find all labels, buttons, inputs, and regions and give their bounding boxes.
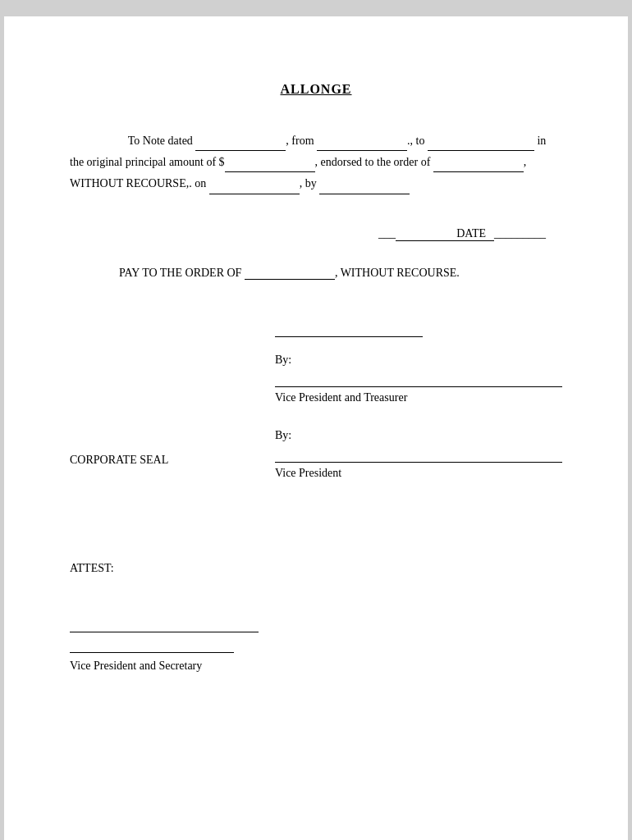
corporate-seal-section: CORPORATE SEAL By: Vice President xyxy=(70,429,562,529)
intro-text: To Note dated , from ., to in the origin… xyxy=(70,130,562,194)
vp-sig-line[interactable] xyxy=(275,446,562,463)
by-label-2: By: xyxy=(275,429,562,442)
signature-block-2: By: Vice President xyxy=(275,429,562,504)
signature-block-1: By: Vice President and Treasurer xyxy=(275,321,562,404)
attest-sig-line-bottom[interactable] xyxy=(70,637,234,653)
pay-order-blank[interactable] xyxy=(245,266,335,280)
date-section: ___DATE_________ xyxy=(70,227,562,241)
attest-sig-line-top[interactable] xyxy=(70,616,259,632)
signature-block-3: Vice President and Secretary xyxy=(70,616,562,673)
by-blank[interactable] xyxy=(319,172,410,194)
company-name-line xyxy=(275,321,423,337)
pay-order-text: PAY TO THE ORDER OF , WITHOUT RECOURSE. xyxy=(119,267,460,279)
from-blank[interactable] xyxy=(317,130,407,151)
date-on-blank[interactable] xyxy=(209,172,300,194)
vp-treasurer-sig-line[interactable] xyxy=(275,371,562,387)
corporate-seal-label: CORPORATE SEAL xyxy=(70,429,275,467)
attest-label: ATTEST: xyxy=(70,562,562,575)
by-label-1: By: xyxy=(275,354,562,367)
pay-order-line: PAY TO THE ORDER OF , WITHOUT RECOURSE. xyxy=(70,266,562,280)
order-blank[interactable] xyxy=(433,151,524,172)
intro-content: To Note dated , from ., to in the origin… xyxy=(70,135,546,189)
vp-treasurer-role: Vice President and Treasurer xyxy=(275,391,562,404)
document-page: ALLONGE To Note dated , from ., to in th… xyxy=(4,16,628,840)
amount-blank[interactable] xyxy=(225,151,315,172)
to-blank[interactable] xyxy=(428,130,534,151)
document-title: ALLONGE xyxy=(70,82,562,97)
date-suffix: _________ xyxy=(494,227,546,240)
date-label: DATE xyxy=(396,227,494,241)
date-prefix: ___ xyxy=(378,227,396,240)
vp-role: Vice President xyxy=(275,467,562,480)
vp-secretary-role: Vice President and Secretary xyxy=(70,660,562,673)
note-date-blank[interactable] xyxy=(195,130,286,151)
